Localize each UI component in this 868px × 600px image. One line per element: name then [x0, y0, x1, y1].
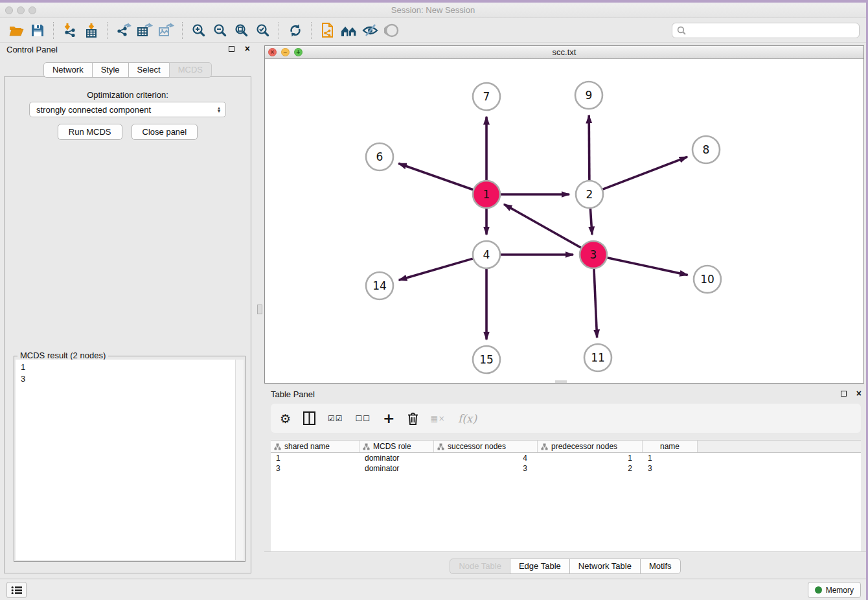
zoom-in-icon[interactable] — [188, 21, 209, 40]
refresh-icon[interactable] — [284, 21, 306, 40]
cell-name[interactable]: 1 — [643, 454, 698, 463]
svg-text:10: 10 — [700, 273, 714, 286]
float-panel-icon[interactable] — [229, 46, 234, 52]
open-session-icon[interactable] — [5, 21, 27, 40]
graph-node-4[interactable]: 4 — [473, 241, 500, 268]
cell-successor-nodes[interactable]: 4 — [434, 454, 538, 463]
maximize-view-icon[interactable]: + — [294, 48, 303, 56]
svg-text:6: 6 — [376, 150, 383, 163]
delete-trash-icon[interactable] — [407, 412, 418, 425]
cell-shared-name[interactable]: 3 — [271, 464, 360, 473]
column-header-mcds-role[interactable]: MCDS role — [360, 441, 434, 452]
mcds-result-textarea[interactable]: 13 — [16, 360, 244, 560]
memory-label: Memory — [826, 586, 854, 595]
home-view-icon[interactable] — [338, 21, 360, 40]
close-table-panel-icon[interactable]: × — [856, 388, 862, 398]
add-column-icon[interactable]: + — [383, 410, 394, 426]
save-session-icon[interactable] — [27, 21, 48, 40]
graph-node-11[interactable]: 11 — [584, 344, 611, 371]
table-tab-motifs[interactable]: Motifs — [640, 559, 681, 574]
export-image-icon[interactable] — [155, 21, 177, 40]
graph-node-7[interactable]: 7 — [473, 83, 500, 110]
zoom-selected-icon[interactable] — [252, 21, 273, 40]
minimize-window-icon[interactable] — [17, 6, 25, 14]
graph-node-8[interactable]: 8 — [692, 136, 720, 163]
vertical-splitter[interactable] — [255, 41, 264, 579]
column-layout-icon[interactable] — [303, 411, 315, 425]
graph-edge-2-3[interactable] — [590, 209, 592, 235]
cell-predecessor-nodes[interactable]: 2 — [538, 464, 643, 473]
cell-successor-nodes[interactable]: 3 — [434, 464, 538, 473]
table-row[interactable]: 3dominator323 — [271, 463, 861, 474]
close-view-icon[interactable]: × — [268, 48, 277, 56]
delete-table-icon[interactable]: ▦× — [431, 414, 446, 423]
task-history-button[interactable] — [6, 582, 27, 598]
clone-network-icon[interactable] — [317, 21, 338, 40]
splitter-grip[interactable] — [257, 305, 262, 314]
minimize-view-icon[interactable]: − — [281, 48, 290, 56]
close-panel-button[interactable]: Close panel — [131, 124, 198, 140]
zoom-out-icon[interactable] — [209, 21, 231, 40]
import-table-icon[interactable] — [80, 21, 102, 40]
table-row[interactable]: 1dominator411 — [271, 453, 861, 463]
column-header-successor-nodes[interactable]: successor nodes — [434, 441, 538, 452]
cell-mcds-role[interactable]: dominator — [360, 464, 434, 473]
export-table-icon[interactable] — [134, 21, 155, 40]
select-all-icon[interactable]: ☑☑ — [328, 414, 343, 423]
tab-style[interactable]: Style — [92, 62, 129, 78]
graph-edge-3-11[interactable] — [594, 269, 597, 338]
maximize-window-icon[interactable] — [29, 6, 36, 14]
table-tab-edge-table[interactable]: Edge Table — [510, 559, 570, 574]
tab-network[interactable]: Network — [43, 62, 93, 78]
cell-name[interactable]: 3 — [643, 464, 698, 473]
svg-text:15: 15 — [479, 353, 494, 366]
mcds-panel-body: Optimization criterion: strongly connect… — [4, 76, 251, 573]
optimization-criterion-select[interactable]: strongly connected component ▴▾ — [29, 102, 226, 117]
export-network-icon[interactable] — [113, 21, 134, 40]
graph-node-1[interactable]: 1 — [473, 181, 500, 208]
graph-node-15[interactable]: 15 — [473, 346, 500, 373]
graph-edge-2-9[interactable] — [589, 115, 589, 180]
graph-edge-3-10[interactable] — [608, 258, 688, 275]
zoom-fit-icon[interactable] — [231, 21, 252, 40]
graph-edge-3-1[interactable] — [504, 204, 581, 248]
deselect-all-icon[interactable]: ☐☐ — [356, 414, 371, 423]
close-panel-icon[interactable]: × — [245, 43, 250, 54]
table-tab-network-table[interactable]: Network Table — [569, 559, 641, 574]
function-builder-icon[interactable]: f(x) — [458, 412, 477, 425]
toolbar-separator — [279, 22, 279, 39]
network-canvas[interactable]: 7968124314101511 — [265, 59, 863, 383]
column-header-predecessor-nodes[interactable]: predecessor nodes — [538, 441, 643, 452]
preview-icon[interactable] — [381, 21, 402, 40]
graph-node-9[interactable]: 9 — [575, 82, 602, 109]
float-table-panel-icon[interactable] — [841, 391, 847, 397]
cell-mcds-role[interactable]: dominator — [360, 454, 434, 463]
run-mcds-button[interactable]: Run MCDS — [58, 124, 122, 140]
memory-button[interactable]: Memory — [808, 582, 861, 598]
graph-node-3[interactable]: 3 — [580, 241, 607, 268]
cell-predecessor-nodes[interactable]: 1 — [538, 454, 643, 463]
column-header-name[interactable]: name — [643, 441, 698, 452]
column-header-shared-name[interactable]: shared name — [271, 441, 360, 452]
hide-panel-icon[interactable] — [360, 21, 381, 40]
graph-node-14[interactable]: 14 — [366, 272, 393, 299]
graph-node-2[interactable]: 2 — [576, 181, 603, 208]
table-tab-node-table[interactable]: Node Table — [450, 559, 510, 574]
graph-edge-4-14[interactable] — [399, 259, 473, 280]
application-window: Session: New Session — [0, 3, 866, 600]
import-network-icon[interactable] — [59, 21, 80, 40]
table-settings-gear-icon[interactable]: ⚙ — [280, 411, 291, 426]
graph-edge-1-6[interactable] — [398, 163, 473, 189]
graph-node-6[interactable]: 6 — [366, 143, 393, 170]
tab-mcds[interactable]: MCDS — [169, 62, 212, 78]
search-field[interactable] — [672, 23, 860, 38]
graph-node-10[interactable]: 10 — [694, 266, 721, 293]
search-input[interactable] — [689, 26, 859, 35]
canvas-resize-grip[interactable] — [555, 380, 567, 383]
result-scrollbar[interactable] — [235, 360, 244, 560]
tab-select[interactable]: Select — [128, 62, 170, 78]
close-window-icon[interactable] — [5, 6, 13, 14]
cell-shared-name[interactable]: 1 — [271, 454, 360, 463]
graph-edge-2-8[interactable] — [603, 157, 688, 189]
svg-text:3: 3 — [590, 248, 597, 261]
